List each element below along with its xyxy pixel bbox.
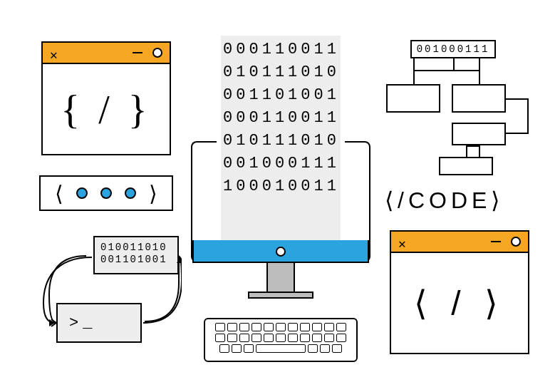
keyboard-icon bbox=[204, 318, 358, 362]
loading-dot bbox=[100, 187, 112, 199]
compile-cycle-icon: 010011010 001101001 >_ bbox=[39, 232, 182, 353]
binary-source-box: 010011010 001101001 bbox=[93, 236, 179, 274]
close-icon: ✕ bbox=[398, 236, 406, 252]
minimize-icon bbox=[133, 52, 142, 53]
webcam-icon bbox=[276, 247, 286, 257]
chevron-right-icon: ⟩ bbox=[149, 181, 157, 206]
flowchart-icon: 001000111 bbox=[386, 40, 537, 182]
flowchart-node bbox=[452, 84, 506, 113]
minimize-icon bbox=[491, 241, 501, 242]
monitor-stand bbox=[266, 263, 295, 293]
close-icon: ✕ bbox=[50, 47, 58, 63]
binary-stream: 000110011 010111010 001101001 000110011 … bbox=[214, 38, 349, 198]
binary-line: 000110011 bbox=[214, 38, 349, 61]
code-window-anglebrackets: ✕ ⟨ / ⟩ bbox=[390, 230, 529, 354]
binary-line: 010111010 bbox=[214, 61, 349, 84]
flowchart-node bbox=[386, 84, 440, 113]
loading-dot bbox=[76, 187, 88, 199]
binary-line: 001000111 bbox=[214, 153, 349, 175]
window-titlebar: ✕ bbox=[391, 232, 528, 253]
monitor-foot bbox=[248, 292, 313, 299]
window-titlebar: ✕ bbox=[43, 43, 170, 64]
flowchart-root-node: 001000111 bbox=[410, 40, 496, 58]
loader-bar: ⟨ ⟩ bbox=[39, 175, 173, 211]
code-tag-label: ⟨/CODE⟩ bbox=[385, 187, 534, 214]
binary-line: 100010011 bbox=[214, 175, 349, 198]
binary-line: 000110011 bbox=[214, 107, 349, 130]
chevron-left-icon: ⟨ bbox=[55, 181, 63, 206]
binary-line: 010011010 bbox=[100, 242, 167, 253]
braces-glyph: { / } bbox=[43, 64, 170, 155]
flowchart-node bbox=[439, 157, 493, 175]
terminal-prompt-icon: >_ bbox=[69, 314, 96, 332]
angle-brackets-glyph: ⟨ / ⟩ bbox=[391, 253, 528, 353]
binary-line: 001101001 bbox=[214, 84, 349, 107]
binary-line: 001101001 bbox=[100, 254, 167, 265]
binary-line: 010111010 bbox=[214, 130, 349, 153]
terminal-box: >_ bbox=[56, 303, 142, 343]
code-window-braces: ✕ { / } bbox=[41, 41, 171, 155]
loading-dot bbox=[125, 187, 136, 199]
maximize-icon bbox=[511, 237, 521, 247]
maximize-icon bbox=[152, 48, 162, 58]
flowchart-node bbox=[452, 123, 506, 145]
illustration-canvas: ✕ { / } ⟨ ⟩ 010011010 bbox=[0, 0, 560, 392]
